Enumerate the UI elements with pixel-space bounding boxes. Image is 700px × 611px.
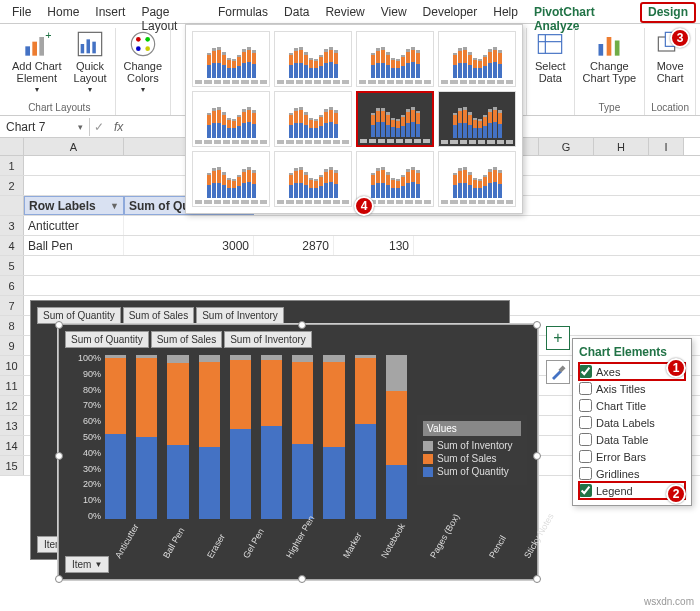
resize-handle[interactable] [55, 452, 63, 460]
fx-label[interactable]: fx [108, 120, 129, 134]
change-chart-type-button[interactable]: Change Chart Type [581, 28, 639, 86]
chart-style-thumb[interactable] [356, 31, 434, 87]
checkbox[interactable] [579, 365, 592, 378]
tab-help[interactable]: Help [485, 2, 526, 23]
bar[interactable] [292, 355, 313, 519]
chart-style-thumb[interactable] [274, 31, 352, 87]
row-header[interactable]: 4 [0, 236, 24, 255]
checkbox[interactable] [579, 416, 592, 429]
cell[interactable]: Ball Pen [24, 236, 124, 255]
cell[interactable]: 3000 [124, 236, 254, 255]
tab-developer[interactable]: Developer [415, 2, 486, 23]
bar[interactable] [136, 355, 157, 519]
tab-home[interactable]: Home [39, 2, 87, 23]
plot-area[interactable] [105, 355, 407, 519]
column-header[interactable]: I [649, 138, 684, 155]
chart-element-option[interactable]: Error Bars [579, 448, 685, 465]
chart-element-option[interactable]: Axis Titles [579, 380, 685, 397]
cell[interactable]: 2870 [254, 236, 334, 255]
chart-element-option[interactable]: Data Table [579, 431, 685, 448]
row-header[interactable]: 15 [0, 456, 24, 475]
row-header[interactable]: 8 [0, 316, 24, 335]
resize-handle[interactable] [55, 321, 63, 329]
change-colors-button[interactable]: Change Colors ▾ [122, 28, 165, 97]
bar[interactable] [167, 355, 188, 519]
chart-style-thumb[interactable] [274, 151, 352, 207]
row-header[interactable]: 5 [0, 256, 24, 275]
bar[interactable] [105, 355, 126, 519]
chart-element-option[interactable]: Data Labels [579, 414, 685, 431]
chart-style-thumb[interactable] [438, 151, 516, 207]
tab-insert[interactable]: Insert [87, 2, 133, 23]
checkbox[interactable] [579, 399, 592, 412]
row-header[interactable]: 6 [0, 276, 24, 295]
resize-handle[interactable] [533, 575, 541, 583]
tab-view[interactable]: View [373, 2, 415, 23]
bar[interactable] [199, 355, 220, 519]
checkbox[interactable] [579, 467, 592, 480]
chart-style-thumb[interactable] [438, 91, 516, 147]
tab-review[interactable]: Review [317, 2, 372, 23]
row-header[interactable]: 13 [0, 416, 24, 435]
chart-style-thumb[interactable] [356, 91, 434, 147]
tab-pagelayout[interactable]: Page Layout [133, 2, 210, 23]
row-header[interactable]: 7 [0, 296, 24, 315]
row-header[interactable]: 1 [0, 156, 24, 175]
checkbox[interactable] [579, 382, 592, 395]
cell[interactable]: 130 [334, 236, 414, 255]
field-button[interactable]: Sum of Sales [151, 331, 222, 348]
quick-layout-button[interactable]: Quick Layout ▾ [72, 28, 109, 97]
field-button[interactable]: Sum of Inventory [196, 307, 284, 324]
chart-element-option[interactable]: Gridlines [579, 465, 685, 482]
resize-handle[interactable] [298, 575, 306, 583]
chart-style-thumb[interactable] [274, 91, 352, 147]
checkbox[interactable] [579, 433, 592, 446]
tab-design[interactable]: Design [640, 2, 696, 23]
cell[interactable]: Anticutter [24, 216, 124, 235]
tab-file[interactable]: File [4, 2, 39, 23]
checkbox[interactable] [579, 450, 592, 463]
item-filter-button[interactable]: Item▼ [65, 556, 109, 573]
field-button[interactable]: Sum of Quantity [65, 331, 149, 348]
field-button[interactable]: Sum of Inventory [224, 331, 312, 348]
checkbox[interactable] [579, 484, 592, 497]
tab-pivotchart-analyze[interactable]: PivotChart Analyze [526, 2, 640, 23]
field-button[interactable]: Sum of Quantity [37, 307, 121, 324]
row-header[interactable]: 3 [0, 216, 24, 235]
resize-handle[interactable] [533, 452, 541, 460]
column-header[interactable]: H [594, 138, 649, 155]
chart-styles-button[interactable] [546, 360, 570, 384]
cell[interactable]: Row Labels▼ [24, 196, 124, 215]
bar[interactable] [355, 355, 376, 519]
chart-elements-button[interactable]: + [546, 326, 570, 350]
row-header[interactable]: 9 [0, 336, 24, 355]
row-header[interactable]: 2 [0, 176, 24, 195]
row-header[interactable]: 10 [0, 356, 24, 375]
bar[interactable] [323, 355, 344, 519]
resize-handle[interactable] [533, 321, 541, 329]
chart-style-thumb[interactable] [438, 31, 516, 87]
bar[interactable] [261, 355, 282, 519]
column-header[interactable]: A [24, 138, 124, 155]
chart-element-option[interactable]: Chart Title [579, 397, 685, 414]
field-button[interactable]: Sum of Sales [123, 307, 194, 324]
chart-style-thumb[interactable] [192, 31, 270, 87]
chart-legend[interactable]: Values Sum of Inventory Sum of Sales Sum… [417, 415, 527, 485]
pivot-chart-front[interactable]: Sum of Quantity Sum of Sales Sum of Inve… [58, 324, 538, 580]
select-data-button[interactable]: Select Data [533, 28, 568, 86]
tab-data[interactable]: Data [276, 2, 317, 23]
bar[interactable] [386, 355, 407, 519]
row-header[interactable] [0, 196, 24, 215]
resize-handle[interactable] [55, 575, 63, 583]
select-all-corner[interactable] [0, 138, 24, 155]
chart-style-thumb[interactable] [192, 151, 270, 207]
chart-style-thumb[interactable] [192, 91, 270, 147]
resize-handle[interactable] [298, 321, 306, 329]
name-box[interactable]: Chart 7 ▾ [0, 118, 90, 136]
tab-formulas[interactable]: Formulas [210, 2, 276, 23]
chart-styles-gallery[interactable] [185, 24, 523, 214]
row-header[interactable]: 14 [0, 436, 24, 455]
row-header[interactable]: 11 [0, 376, 24, 395]
row-header[interactable]: 12 [0, 396, 24, 415]
add-chart-element-button[interactable]: + Add Chart Element ▾ [10, 28, 64, 97]
